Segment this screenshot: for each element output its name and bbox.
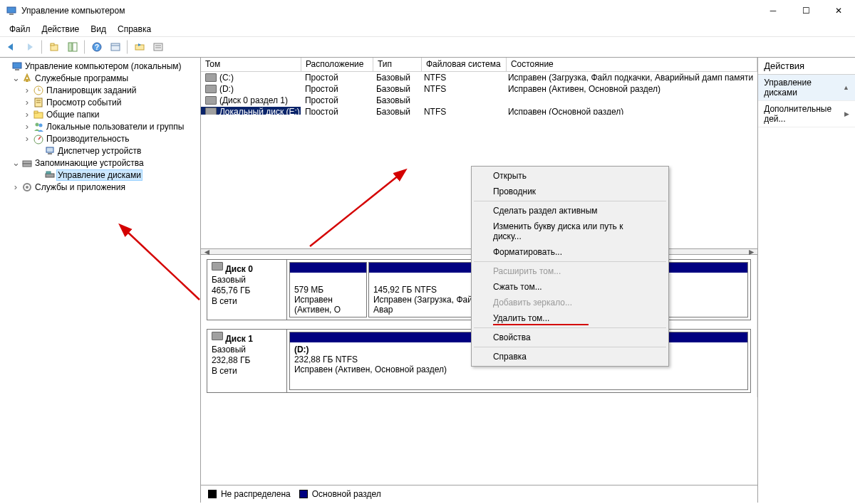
svg-point-36: [26, 186, 28, 189]
ctx-mirror: Добавить зеркало...: [473, 295, 667, 310]
svg-rect-11: [154, 43, 162, 51]
disk-1-info[interactable]: Диск 1 Базовый 232,88 ГБ В сети: [207, 330, 287, 392]
disk-0-partition-1[interactable]: 579 МБИсправен (Активен, О: [289, 262, 367, 317]
maximize-button[interactable]: ☐: [789, 0, 822, 21]
legend-unallocated-label: Не распределена: [221, 489, 291, 499]
ctx-make-active[interactable]: Сделать раздел активным: [473, 203, 667, 219]
show-hide-button[interactable]: [64, 38, 81, 56]
chevron-right-icon: ▶: [844, 110, 849, 117]
minimize-button[interactable]: ─: [757, 0, 789, 21]
tree-local-users[interactable]: ›Локальные пользователи и группы: [0, 120, 200, 132]
annotation-arrow-1: [118, 218, 201, 310]
ctx-properties[interactable]: Свойства: [473, 330, 667, 345]
disk-0-info[interactable]: Диск 0 Базовый 465,76 ГБ В сети: [207, 260, 287, 320]
titlebar: Управление компьютером ─ ☐ ✕: [0, 0, 855, 22]
tree-storage[interactable]: ⌄Запоминающие устройства: [0, 157, 200, 169]
ctx-delete-volume[interactable]: Удалить том...: [473, 310, 667, 326]
svg-rect-10: [135, 45, 144, 50]
ctx-separator: [474, 347, 666, 347]
help-button[interactable]: ?: [88, 38, 105, 56]
settings-button[interactable]: [150, 38, 167, 56]
ctx-format[interactable]: Форматировать...: [473, 244, 667, 260]
volume-row[interactable]: (Диск 0 раздел 1) Простой Базовый: [201, 95, 757, 106]
close-button[interactable]: ✕: [822, 0, 855, 21]
menu-file[interactable]: Файл: [4, 23, 36, 36]
legend-primary-swatch: [299, 490, 308, 498]
ctx-separator: [474, 327, 666, 328]
svg-text:?: ?: [95, 43, 99, 51]
menu-help[interactable]: Справка: [113, 23, 156, 36]
back-button[interactable]: [3, 38, 20, 56]
ctx-explorer[interactable]: Проводник: [473, 184, 667, 199]
ctx-open[interactable]: Открыть: [473, 168, 667, 184]
drive-icon: [205, 107, 217, 115]
actions-more[interactable]: Дополнительные дей...▶: [758, 101, 855, 127]
actions-header: Действия: [758, 58, 855, 75]
col-volume[interactable]: Том: [201, 58, 301, 71]
up-button[interactable]: [46, 38, 63, 56]
context-menu: Открыть Проводник Сделать раздел активны…: [471, 166, 669, 367]
tree-shared-folders[interactable]: ›Общие папки: [0, 108, 200, 120]
svg-rect-24: [34, 111, 38, 113]
toolbar-separator: [84, 40, 86, 54]
disk-icon: [212, 262, 223, 271]
volume-row[interactable]: (C:) Простой Базовый NTFS Исправен (Загр…: [201, 72, 757, 83]
menu-action[interactable]: Действие: [37, 23, 85, 36]
drive-icon: [205, 73, 217, 82]
menu-view[interactable]: Вид: [86, 23, 111, 36]
ctx-help[interactable]: Справка: [473, 349, 667, 364]
drive-icon: [205, 96, 217, 105]
tree-performance[interactable]: ›Производительность: [0, 132, 200, 145]
svg-rect-1: [9, 14, 14, 15]
disk-icon: [212, 332, 223, 340]
svg-rect-0: [7, 7, 16, 13]
col-layout[interactable]: Расположение: [301, 58, 373, 71]
actions-diskmgmt[interactable]: Управление дисками▲: [758, 75, 855, 101]
forward-button[interactable]: [21, 38, 38, 56]
svg-rect-31: [23, 161, 31, 164]
svg-rect-33: [46, 174, 54, 177]
menubar: Файл Действие Вид Справка: [0, 22, 855, 36]
svg-line-37: [126, 231, 200, 300]
col-status[interactable]: Состояние: [507, 58, 757, 71]
legend: Не распределена Основной раздел: [201, 485, 757, 503]
toolbar-separator: [127, 40, 128, 54]
svg-rect-8: [111, 43, 120, 51]
tree-system-tools[interactable]: ⌄Служебные программы: [0, 72, 200, 84]
svg-rect-5: [73, 43, 77, 51]
svg-point-26: [39, 123, 43, 127]
svg-rect-30: [48, 153, 52, 154]
svg-rect-29: [46, 147, 53, 152]
volume-row-selected[interactable]: Локальный диск (E:) Простой Базовый NTFS…: [201, 106, 757, 115]
drive-icon: [205, 85, 217, 93]
svg-rect-34: [46, 172, 51, 174]
svg-point-25: [36, 122, 39, 126]
tree-root[interactable]: Управление компьютером (локальным): [0, 60, 200, 72]
svg-rect-32: [23, 164, 31, 167]
ctx-separator: [474, 261, 666, 262]
window-title: Управление компьютером: [21, 6, 125, 16]
toolbar-separator: [41, 40, 43, 54]
main-pane: Том Расположение Тип Файловая система Со…: [201, 58, 758, 503]
tree-pane: Управление компьютером (локальным) ⌄Служ…: [0, 58, 201, 503]
volume-row[interactable]: (D:) Простой Базовый NTFS Исправен (Акти…: [201, 83, 757, 95]
volume-grid: (C:) Простой Базовый NTFS Исправен (Загр…: [201, 72, 757, 115]
tree-services[interactable]: ›Службы и приложения: [0, 181, 200, 193]
svg-rect-15: [15, 69, 19, 70]
legend-unallocated-swatch: [208, 490, 217, 498]
tree-disk-management[interactable]: Управление дисками: [0, 169, 200, 181]
refresh-button[interactable]: [131, 38, 148, 56]
svg-rect-14: [13, 63, 21, 68]
col-type[interactable]: Тип: [373, 58, 422, 71]
tree-event-viewer[interactable]: ›Просмотр событий: [0, 96, 200, 108]
tree-device-manager[interactable]: Диспетчер устройств: [0, 145, 200, 157]
chevron-up-icon: ▲: [843, 84, 849, 91]
partition-bar: [290, 263, 366, 273]
ctx-extend: Расширить том...: [473, 263, 667, 279]
ctx-shrink[interactable]: Сжать том...: [473, 279, 667, 295]
svg-rect-4: [68, 43, 72, 51]
col-fs[interactable]: Файловая система: [422, 58, 507, 71]
ctx-change-letter[interactable]: Изменить букву диска или путь к диску...: [473, 219, 667, 244]
tree-scheduler[interactable]: ›Планировщик заданий: [0, 84, 200, 96]
view-button[interactable]: [107, 38, 124, 56]
